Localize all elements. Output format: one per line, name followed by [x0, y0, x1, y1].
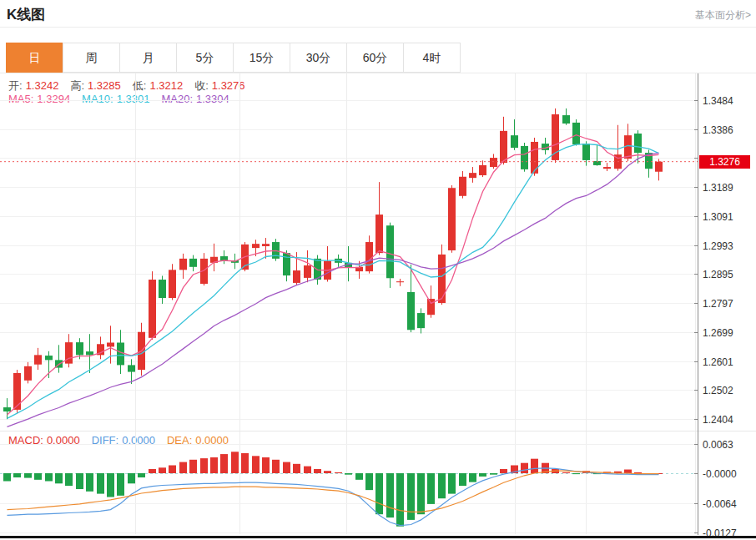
macd-bar	[128, 473, 135, 483]
candle-body	[469, 173, 476, 178]
candle-body	[490, 158, 497, 167]
candle-body	[169, 270, 176, 298]
macd-bar	[324, 471, 331, 473]
macd-bar	[3, 473, 11, 482]
candle-body	[438, 255, 446, 303]
macd-bar	[365, 473, 373, 490]
ma10-line	[8, 144, 659, 419]
macd-bar	[231, 452, 239, 473]
macd-bar	[572, 473, 580, 474]
candle-body	[417, 313, 425, 328]
diff-line	[8, 468, 659, 526]
candle-body	[521, 146, 528, 169]
macd-bar	[283, 462, 290, 473]
macd-bar	[97, 473, 104, 494]
candle-body	[386, 225, 394, 278]
macd-bar	[479, 473, 486, 477]
macd-bar	[220, 454, 228, 473]
candle-body	[86, 351, 93, 355]
candle-body	[511, 135, 518, 148]
ma20-line	[8, 153, 659, 426]
candle-body	[562, 115, 570, 124]
current-price-badge: 1.3276	[699, 155, 750, 169]
candle-body	[375, 214, 383, 253]
price-axis-label: 1.3386	[703, 124, 733, 136]
candle-body	[448, 188, 456, 250]
candle-body	[427, 299, 435, 315]
macd-bar	[386, 473, 394, 517]
macd-bar	[24, 473, 32, 478]
candle-body	[179, 259, 187, 270]
macd-bar	[562, 472, 570, 473]
macd-bar	[86, 473, 93, 492]
macd-bar	[407, 473, 415, 520]
candle-body	[479, 165, 486, 175]
macd-bar	[335, 472, 342, 473]
macd-bar	[624, 470, 632, 473]
macd-bar	[34, 473, 42, 480]
macd-bar	[241, 453, 249, 473]
candle-body	[24, 366, 32, 381]
candle-body	[262, 244, 270, 246]
price-axis-label: 1.2993	[703, 240, 733, 252]
macd-bar	[459, 473, 466, 486]
macd-bar	[117, 473, 124, 496]
candle-body	[45, 356, 53, 360]
macd-bar	[149, 469, 156, 473]
macd-bar	[469, 473, 476, 482]
macd-bar	[272, 460, 280, 473]
price-axis-label: 1.2502	[703, 385, 733, 396]
candle-body	[149, 280, 156, 338]
macd-bar	[355, 473, 363, 480]
candle-body	[407, 292, 415, 330]
candle-body	[117, 342, 124, 365]
dea-line	[8, 471, 659, 512]
price-axis-label: 1.3189	[703, 182, 733, 194]
candle-body	[3, 407, 11, 411]
candle-body	[459, 177, 466, 196]
price-axis-label: 1.3091	[703, 211, 733, 223]
candle-body	[128, 365, 135, 371]
kline-chart: 1.34841.33861.31891.30911.29931.28951.27…	[0, 0, 756, 540]
macd-bar	[304, 467, 311, 473]
macd-bar	[375, 473, 383, 514]
candle-body	[655, 162, 663, 172]
candle-body	[396, 281, 404, 282]
macd-bar	[438, 473, 446, 498]
macd-axis-label: -0.0064	[703, 498, 737, 510]
macd-bar	[490, 473, 497, 475]
macd-bar	[262, 457, 270, 473]
macd-bar	[138, 473, 145, 477]
candle-body	[76, 342, 83, 355]
candle-body	[159, 280, 166, 298]
macd-axis-label: 0.0063	[703, 439, 733, 451]
candle-body	[252, 244, 260, 248]
kline-widget: K线图 基本面分析> 日周月5分15分30分60分4时 开:1.3242高:1.…	[0, 0, 756, 540]
candle-body	[603, 167, 611, 169]
macd-bar	[396, 473, 404, 527]
macd-bar	[107, 473, 114, 497]
candle-body	[293, 270, 300, 283]
price-axis-label: 1.3484	[703, 95, 733, 107]
bottom-rule	[0, 536, 756, 538]
candle-body	[572, 123, 580, 144]
macd-bar	[65, 473, 73, 486]
macd-axis-label: -0.0000	[703, 468, 737, 480]
macd-bar	[159, 467, 166, 473]
macd-bar	[55, 473, 63, 483]
macd-bar	[531, 459, 538, 473]
price-axis-label: 1.2404	[703, 414, 733, 426]
macd-bar	[13, 473, 21, 477]
macd-bar	[417, 473, 425, 514]
candle-body	[365, 242, 373, 271]
macd-bar	[76, 473, 83, 489]
macd-bar	[169, 465, 176, 473]
macd-bar	[189, 460, 197, 473]
price-axis-label: 1.2601	[703, 356, 733, 368]
macd-bar	[200, 458, 208, 473]
macd-bar	[448, 473, 456, 494]
candle-body	[189, 259, 197, 267]
candle-body	[634, 134, 642, 153]
macd-bar	[345, 473, 352, 475]
candle-body	[500, 131, 507, 163]
